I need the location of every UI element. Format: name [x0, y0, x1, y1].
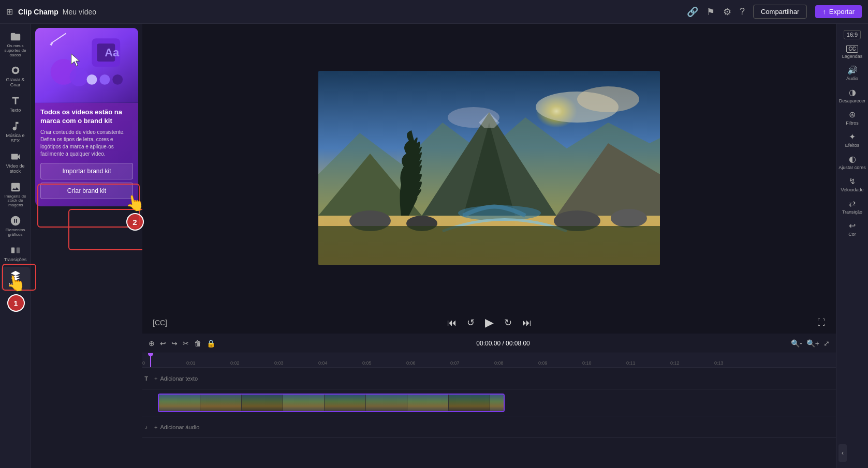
filter-icon: ⊛	[849, 110, 856, 119]
rs-transition[interactable]: ⇄ Transição	[837, 196, 867, 217]
svg-rect-3	[16, 247, 19, 253]
add-text-label[interactable]: + Adicionar texto	[150, 375, 198, 382]
sidebar-item-text[interactable]: Texto	[1, 92, 30, 116]
sidebar-item-graphics[interactable]: Elementos gráficos	[1, 212, 30, 240]
ruler-mark-6: 0:06	[406, 360, 416, 366]
settings-icon[interactable]: ⚙	[723, 6, 731, 18]
cut-icon[interactable]: ✂	[183, 339, 189, 348]
sidebar-label-stock-video: Vídeo de stock	[2, 164, 29, 174]
expand-icon[interactable]: ⤢	[823, 339, 830, 348]
brand-kit-desc: Criar conteúdo de vídeo consistente. Def…	[40, 129, 133, 158]
svg-rect-2	[11, 247, 14, 253]
clip-thumb-3	[242, 395, 283, 411]
rs-captions[interactable]: CC Legendas	[837, 42, 867, 62]
delete-icon[interactable]: 🗑	[194, 339, 201, 348]
timeline-time-display: 00:00.00 / 00:08.00	[220, 340, 786, 347]
aspect-ratio-selector[interactable]: 16:9	[844, 30, 861, 39]
clip-thumb-5	[325, 395, 366, 411]
zoom-out-icon[interactable]: 🔍-	[791, 339, 802, 348]
grid-icon[interactable]: ⊞	[6, 7, 13, 17]
create-brand-kit-button[interactable]: Criar brand kit	[40, 183, 133, 199]
playhead[interactable]	[150, 353, 151, 367]
svg-point-9	[70, 68, 89, 86]
audio-track-row: ♪ + Adicionar áudio	[142, 416, 836, 438]
audio-track-label: ♪	[142, 424, 150, 430]
rs-speed-label: Velocidade	[841, 187, 863, 192]
fullscreen-button[interactable]: ⛶	[817, 318, 826, 327]
rs-disappear-label: Desaparecer	[839, 98, 866, 103]
skip-back-button[interactable]: ⏮	[447, 318, 457, 328]
text-track-label: T	[142, 375, 150, 382]
speed-icon: ↯	[849, 176, 856, 186]
sidebar-item-stock-images[interactable]: Imagens de stock de imagens	[1, 178, 30, 211]
collapse-panel-button[interactable]: ‹	[838, 444, 847, 462]
rs-speed[interactable]: ↯ Velocidade	[837, 174, 867, 195]
undo-icon[interactable]: ↩	[160, 339, 166, 348]
rs-disappear[interactable]: ◑ Desaparecer	[837, 85, 867, 106]
timeline: ⊕ ↩ ↪ ✂ 🗑 🔒 00:00.00 / 00:08.00 🔍- 🔍+ ⤢	[142, 334, 836, 468]
rs-cut-label: Cor	[848, 232, 856, 237]
clip-thumb-7	[407, 395, 449, 411]
audio-track-content: + Adicionar áudio	[150, 416, 836, 437]
ruler-mark-4: 0:04	[318, 360, 328, 366]
ruler-mark-11: 0:11	[626, 360, 636, 366]
play-button[interactable]: ▶	[485, 316, 494, 329]
skip-forward-button[interactable]: ⏭	[522, 318, 532, 328]
ruler-mark-0: 0	[142, 360, 145, 366]
zoom-in-icon[interactable]: 🔍+	[806, 339, 819, 348]
export-button[interactable]: ↑ Exportar	[815, 5, 862, 18]
import-brand-kit-button[interactable]: Importar brand kit	[40, 163, 133, 179]
rs-audio-label: Áudio	[846, 76, 858, 81]
ruler-mark-5: 0:05	[362, 360, 372, 366]
center-area: [CC] ⏮ ↺ ▶ ↻ ⏭ ⛶ ⊕ ↩ ↪ ✂ 🗑 🔒 00:00.00 / …	[142, 24, 836, 468]
timeline-zoom: 🔍- 🔍+ ⤢	[791, 339, 830, 348]
svg-text:Aa: Aa	[105, 46, 120, 59]
sidebar-item-stock-video[interactable]: Vídeo de stock	[1, 148, 30, 177]
rs-audio[interactable]: 🔊 Áudio	[837, 63, 867, 84]
annotation-box-2	[68, 209, 142, 250]
upload-icon: ↑	[822, 8, 826, 16]
ruler-mark-10: 0:10	[582, 360, 592, 366]
captions-button[interactable]: [CC]	[153, 319, 167, 327]
svg-rect-12	[112, 74, 123, 85]
sidebar-item-record[interactable]: Gravar & Criar	[1, 62, 30, 91]
ruler-mark-1: 0:01	[186, 360, 196, 366]
video-track-row	[142, 389, 836, 416]
rs-color-adjust[interactable]: ◐ Ajustar cores	[837, 152, 867, 173]
share-people-icon[interactable]: 🔗	[687, 6, 698, 18]
right-sidebar: 16:9 CC Legendas 🔊 Áudio ◑ Desaparecer ⊛…	[836, 24, 868, 468]
rs-effects[interactable]: ✦ Efeitos	[837, 129, 867, 150]
timeline-tracks: T + Adicionar texto	[142, 368, 836, 468]
sidebar-label-stock-images: Imagens de stock de imagens	[2, 194, 29, 208]
sidebar-item-transitions[interactable]: Transições	[1, 241, 30, 266]
rs-filters[interactable]: ⊛ Filtros	[837, 107, 867, 128]
sidebar-item-my-media[interactable]: Os meus suportes de dados	[1, 28, 30, 61]
snap-icon[interactable]: ⊕	[149, 339, 155, 348]
ruler-inner: 0 0:01 0:02 0:03 0:04 0:05 0:06 0:07 0:0…	[142, 353, 836, 367]
forward-button[interactable]: ↻	[504, 317, 512, 328]
flag-icon[interactable]: ⚑	[707, 6, 715, 18]
add-audio-label[interactable]: + Adicionar áudio	[150, 424, 199, 430]
project-title[interactable]: Meu vídeo	[63, 8, 96, 16]
video-clip[interactable]	[158, 394, 505, 412]
audio-icon: 🔊	[847, 65, 858, 75]
sidebar-item-music[interactable]: Música e SFX	[1, 117, 30, 147]
svg-rect-10	[87, 74, 97, 85]
sidebar-label-brand: Marca	[9, 283, 22, 288]
help-icon[interactable]: ?	[740, 6, 745, 17]
clip-thumb-2	[200, 395, 242, 411]
redo-icon[interactable]: ↪	[171, 339, 178, 348]
rs-effects-label: Efeitos	[845, 143, 860, 148]
rs-transition-label: Transição	[842, 209, 862, 215]
brand-kit-image: Aa	[35, 28, 138, 103]
rewind-button[interactable]: ↺	[467, 317, 475, 328]
left-sidebar: Os meus suportes de dados Gravar & Criar…	[0, 24, 31, 468]
ruler-mark-12: 0:12	[670, 360, 680, 366]
sidebar-item-brand[interactable]: Marca	[1, 267, 30, 291]
svg-point-1	[13, 69, 17, 72]
rs-cut[interactable]: ↩ Cor	[837, 218, 867, 239]
rs-filters-label: Filtros	[846, 120, 859, 126]
lock-icon[interactable]: 🔒	[207, 339, 215, 348]
share-button[interactable]: Compartilhar	[753, 5, 807, 19]
svg-rect-32	[318, 226, 660, 265]
